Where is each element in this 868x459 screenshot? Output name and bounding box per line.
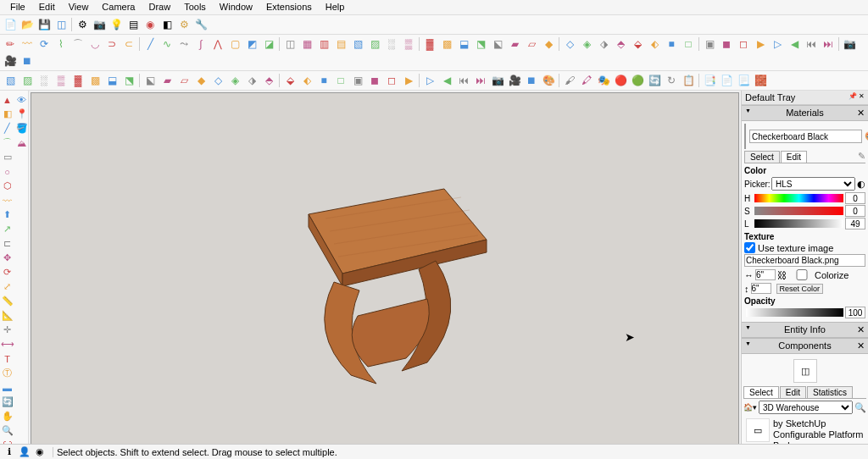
opacity-value[interactable]	[845, 307, 865, 318]
box1-icon[interactable]: ⬖	[299, 73, 314, 88]
rot-icon[interactable]: ⬔	[121, 73, 136, 88]
roof2-icon[interactable]: ⬔	[473, 36, 488, 52]
menu-extensions[interactable]: Extensions	[259, 0, 319, 14]
status-info-icon[interactable]: ℹ	[3, 446, 15, 458]
dimension-icon[interactable]: ⟷	[1, 338, 14, 351]
rotate-icon[interactable]: ⟳	[1, 266, 14, 279]
axes-icon[interactable]: ✛	[1, 324, 14, 336]
line-icon[interactable]: ╱	[142, 36, 158, 52]
curve-icon[interactable]: ⤳	[176, 36, 192, 52]
arc3-icon[interactable]: ⊃	[104, 36, 120, 52]
style4-icon[interactable]: ⏹	[524, 73, 539, 88]
section-icon[interactable]: ▬	[1, 381, 14, 394]
comp-tab-statistics[interactable]: Statistics	[807, 386, 853, 398]
style1-icon[interactable]: ⏭	[473, 73, 488, 88]
menu-help[interactable]: Help	[319, 0, 352, 14]
wrench-icon[interactable]: 🔧	[193, 17, 209, 32]
path3-icon[interactable]: 🖍	[579, 73, 594, 88]
cube2-icon[interactable]: 📃	[736, 73, 751, 88]
entity-info-header[interactable]: Entity Info ✕	[742, 322, 868, 338]
cam1-icon[interactable]: ⏭	[821, 36, 836, 52]
arc1-icon[interactable]: ⌒	[70, 36, 86, 52]
outliner-icon[interactable]: ◧	[159, 17, 175, 32]
roof1-icon[interactable]: ⬓	[456, 36, 471, 52]
play2-icon[interactable]: ▣	[350, 73, 365, 88]
style3-icon[interactable]: 🎥	[507, 73, 522, 88]
tab-select[interactable]: Select	[744, 151, 780, 163]
hatch1-icon[interactable]: ░	[384, 36, 399, 52]
hue-slider[interactable]	[754, 194, 843, 202]
texture-file-input[interactable]	[744, 254, 865, 267]
cube-icon[interactable]: ◫	[53, 17, 69, 32]
3d-viewport[interactable]: ➤	[31, 92, 739, 459]
search-icon[interactable]: 🔍	[854, 402, 866, 413]
select-icon[interactable]: ▲	[1, 93, 14, 106]
profile3-icon[interactable]: ◆	[541, 36, 556, 52]
paint5-icon[interactable]: ▓	[70, 73, 86, 88]
menu-window[interactable]: Window	[213, 0, 259, 14]
lamp-icon[interactable]: 💡	[108, 17, 124, 32]
section5-icon[interactable]: 📑	[702, 73, 717, 88]
prefs-icon[interactable]: ⚙	[75, 17, 90, 32]
spline-icon[interactable]: ∫	[193, 36, 209, 52]
style2-icon[interactable]: 📷	[490, 73, 505, 88]
section1-icon[interactable]: 🟢	[630, 73, 645, 88]
component2-icon[interactable]: ◪	[261, 36, 276, 52]
stop-icon[interactable]: ⏹	[19, 53, 35, 69]
link-icon[interactable]: ⛓	[777, 270, 787, 280]
status-geo-icon[interactable]: 👤	[19, 446, 31, 458]
paint3-icon[interactable]: ░	[36, 73, 52, 88]
profile8-icon[interactable]: ⬙	[630, 36, 645, 52]
swatch1-icon[interactable]: ■	[664, 36, 679, 52]
3dtext-icon[interactable]: Ⓣ	[1, 367, 14, 379]
swatch2-icon[interactable]: □	[681, 36, 696, 52]
tray-buttons[interactable]: 📌 ✕	[849, 92, 865, 102]
section4-icon[interactable]: 📋	[681, 73, 696, 88]
menu-draw[interactable]: Draw	[142, 0, 177, 14]
mat1-icon[interactable]: ◇	[210, 73, 225, 88]
fwd-icon[interactable]: ◻	[384, 73, 399, 88]
rect-tool-icon[interactable]: ▭	[1, 151, 14, 163]
polyline-icon[interactable]: ⋀	[210, 36, 225, 52]
comp-tab-select[interactable]: Select	[743, 386, 779, 398]
reset-color-button[interactable]: Reset Color	[776, 284, 824, 294]
colorize-checkbox[interactable]	[792, 269, 812, 280]
section3-icon[interactable]: ↻	[664, 73, 679, 88]
sample-icon[interactable]: 🎨	[865, 131, 868, 142]
lum-slider[interactable]	[754, 219, 843, 228]
comp-tab-edit[interactable]: Edit	[780, 386, 806, 398]
layer3-icon[interactable]: ▱	[176, 73, 192, 88]
path1-icon[interactable]: 🎨	[541, 73, 556, 88]
close-icon[interactable]: ✕	[857, 324, 865, 335]
sync-icon[interactable]: ⬓	[104, 73, 120, 88]
mat4-icon[interactable]: ⬘	[261, 73, 276, 88]
text-icon[interactable]: T	[1, 352, 14, 365]
zoom-icon[interactable]: 🔍	[1, 424, 14, 437]
close-icon[interactable]: ✕	[857, 108, 865, 119]
color-icon[interactable]: ◉	[142, 17, 158, 32]
swatch3-icon[interactable]: ▣	[702, 36, 717, 52]
component1-icon[interactable]: ◩	[244, 36, 259, 52]
prev-icon[interactable]: ◀	[787, 36, 802, 52]
use-texture-checkbox[interactable]	[744, 242, 755, 253]
rec-icon[interactable]: ◼	[367, 73, 382, 88]
fog-icon[interactable]: 📄	[719, 73, 734, 88]
drop-icon[interactable]: ✏	[3, 36, 18, 52]
follow-icon[interactable]: ↗	[1, 223, 14, 235]
status-credit-icon[interactable]: ◉	[34, 446, 46, 458]
wall4-icon[interactable]: ▧	[350, 36, 365, 52]
arc-tool-icon[interactable]: ⌒	[1, 136, 14, 149]
spiral-icon[interactable]: ⌇	[53, 36, 69, 52]
layer2-icon[interactable]: ▰	[159, 73, 175, 88]
bezier-icon[interactable]: ∿	[159, 36, 175, 52]
roof3-icon[interactable]: ⬕	[490, 36, 505, 52]
pushpull-icon[interactable]: ⬆	[1, 208, 14, 221]
close-icon[interactable]: ✕	[857, 340, 865, 351]
sat-icon[interactable]: □	[333, 73, 348, 88]
eraser-icon[interactable]: ◧	[1, 108, 14, 120]
materials-header[interactable]: Materials ✕	[742, 105, 868, 121]
layer1-icon[interactable]: ⬕	[142, 73, 158, 88]
cam3-icon[interactable]: 🎥	[3, 53, 18, 69]
layers-icon[interactable]: ▤	[125, 17, 141, 32]
component3-icon[interactable]: ◫	[282, 36, 298, 52]
